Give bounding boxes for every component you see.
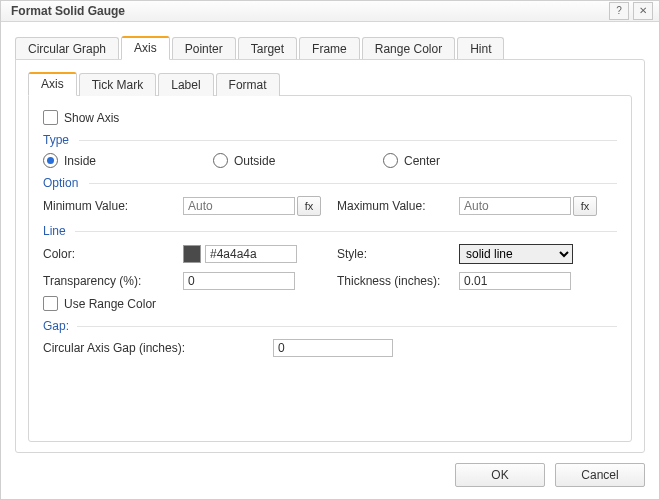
- max-value-label: Maximum Value:: [329, 199, 459, 213]
- tab-circular-graph[interactable]: Circular Graph: [15, 37, 119, 60]
- max-value-fx-button[interactable]: fx: [573, 196, 597, 216]
- gap-legend: Gap:: [43, 319, 617, 333]
- line-grid: Color: Style: solid line Transparency (%…: [43, 244, 617, 290]
- color-label: Color:: [43, 247, 183, 261]
- tab-frame[interactable]: Frame: [299, 37, 360, 60]
- radio-inside-wrap[interactable]: Inside: [43, 153, 213, 168]
- axis-settings-panel: Show Axis Type Inside Outside Cent: [28, 95, 632, 442]
- radio-outside-wrap[interactable]: Outside: [213, 153, 383, 168]
- tab-range-color[interactable]: Range Color: [362, 37, 455, 60]
- thickness-wrap: [459, 272, 605, 290]
- radio-center-wrap[interactable]: Center: [383, 153, 440, 168]
- show-axis-label: Show Axis: [64, 111, 119, 125]
- thickness-label: Thickness (inches):: [329, 274, 459, 288]
- radio-outside[interactable]: [213, 153, 228, 168]
- subtab-axis[interactable]: Axis: [28, 72, 77, 96]
- tab-axis[interactable]: Axis: [121, 36, 170, 60]
- min-value-label: Minimum Value:: [43, 199, 183, 213]
- tab-target[interactable]: Target: [238, 37, 297, 60]
- min-value-input[interactable]: [183, 197, 295, 215]
- use-range-color-checkbox[interactable]: [43, 296, 58, 311]
- outer-tabrow: Circular Graph Axis Pointer Target Frame…: [15, 36, 645, 60]
- thickness-input[interactable]: [459, 272, 571, 290]
- help-icon[interactable]: ?: [609, 2, 629, 20]
- use-range-color-label: Use Range Color: [64, 297, 156, 311]
- dialog-title: Format Solid Gauge: [11, 4, 605, 18]
- radio-inside[interactable]: [43, 153, 58, 168]
- gap-row: Circular Axis Gap (inches):: [43, 339, 617, 357]
- cancel-button[interactable]: Cancel: [555, 463, 645, 487]
- transparency-label: Transparency (%):: [43, 274, 183, 288]
- min-value-wrap: fx: [183, 196, 329, 216]
- max-value-wrap: fx: [459, 196, 605, 216]
- transparency-input[interactable]: [183, 272, 295, 290]
- subtab-tick-mark[interactable]: Tick Mark: [79, 73, 157, 96]
- show-axis-checkbox[interactable]: [43, 110, 58, 125]
- color-swatch[interactable]: [183, 245, 201, 263]
- type-options: Inside Outside Center: [43, 153, 617, 168]
- use-range-color-row: Use Range Color: [43, 296, 617, 311]
- max-value-input[interactable]: [459, 197, 571, 215]
- style-label: Style:: [329, 247, 459, 261]
- gap-input[interactable]: [273, 339, 393, 357]
- subtab-format[interactable]: Format: [216, 73, 280, 96]
- dialog-content: Circular Graph Axis Pointer Target Frame…: [1, 22, 659, 499]
- option-legend: Option: [43, 176, 617, 190]
- style-wrap: solid line: [459, 244, 605, 264]
- line-legend: Line: [43, 224, 617, 238]
- outer-panel: Axis Tick Mark Label Format Show Axis Ty…: [15, 59, 645, 453]
- radio-center-label: Center: [404, 154, 440, 168]
- show-axis-row: Show Axis: [43, 110, 617, 125]
- type-legend: Type: [43, 133, 617, 147]
- tab-pointer[interactable]: Pointer: [172, 37, 236, 60]
- style-select[interactable]: solid line: [459, 244, 573, 264]
- dialog-format-solid-gauge: Format Solid Gauge ? ✕ Circular Graph Ax…: [0, 0, 660, 500]
- radio-outside-label: Outside: [234, 154, 275, 168]
- ok-button[interactable]: OK: [455, 463, 545, 487]
- gap-label: Circular Axis Gap (inches):: [43, 341, 273, 355]
- radio-center[interactable]: [383, 153, 398, 168]
- radio-inside-label: Inside: [64, 154, 96, 168]
- color-code-input[interactable]: [205, 245, 297, 263]
- color-value-wrap: [183, 245, 329, 263]
- close-icon[interactable]: ✕: [633, 2, 653, 20]
- inner-tabrow: Axis Tick Mark Label Format: [28, 72, 632, 96]
- subtab-label[interactable]: Label: [158, 73, 213, 96]
- dialog-footer: OK Cancel: [15, 453, 645, 487]
- titlebar: Format Solid Gauge ? ✕: [1, 1, 659, 22]
- transparency-wrap: [183, 272, 329, 290]
- tab-hint[interactable]: Hint: [457, 37, 504, 60]
- option-grid: Minimum Value: fx Maximum Value: fx: [43, 196, 617, 216]
- min-value-fx-button[interactable]: fx: [297, 196, 321, 216]
